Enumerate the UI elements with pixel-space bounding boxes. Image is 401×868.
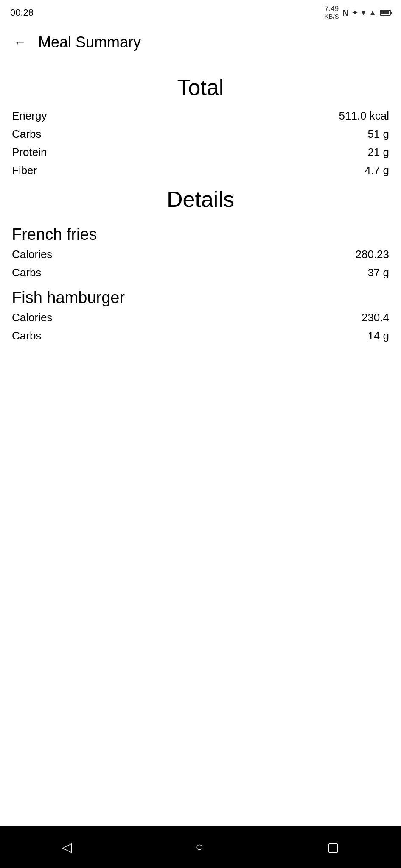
main-content: Total Energy 511.0 kcal Carbs 51 g Prote… xyxy=(0,59,401,826)
signal-icon: ▲ xyxy=(369,8,376,17)
fish-hamburger-carbs-label: Carbs xyxy=(12,329,41,342)
french-fries-title: French fries xyxy=(12,225,389,244)
total-energy-row: Energy 511.0 kcal xyxy=(12,107,389,125)
fish-hamburger-title: Fish hamburger xyxy=(12,289,389,307)
total-protein-row: Protein 21 g xyxy=(12,143,389,161)
protein-value: 21 g xyxy=(367,146,389,159)
french-fries-carbs-row: Carbs 37 g xyxy=(12,264,389,282)
french-fries-carbs-value: 37 g xyxy=(367,266,389,279)
page-title: Meal Summary xyxy=(38,33,141,51)
french-fries-item: French fries Calories 280.23 Carbs 37 g xyxy=(12,219,389,282)
details-section-title: Details xyxy=(12,186,389,212)
nav-recent-button[interactable]: ▢ xyxy=(327,840,339,854)
fish-hamburger-item: Fish hamburger Calories 230.4 Carbs 14 g xyxy=(12,282,389,345)
bluetooth-icon: ✦ xyxy=(352,8,358,17)
fiber-label: Fiber xyxy=(12,164,37,177)
french-fries-calories-value: 280.23 xyxy=(355,248,389,261)
energy-value: 511.0 kcal xyxy=(339,109,389,122)
status-time: 00:28 xyxy=(10,7,34,18)
protein-label: Protein xyxy=(12,146,47,159)
total-fiber-row: Fiber 4.7 g xyxy=(12,161,389,180)
fish-hamburger-carbs-value: 14 g xyxy=(367,329,389,342)
status-bar: 00:28 7.49 KB/S N ✦ ▾ ▲ xyxy=(0,0,401,25)
fish-hamburger-carbs-row: Carbs 14 g xyxy=(12,327,389,345)
fish-hamburger-calories-row: Calories 230.4 xyxy=(12,309,389,327)
app-bar: ← Meal Summary xyxy=(0,25,401,59)
status-icons: 7.49 KB/S N ✦ ▾ ▲ xyxy=(325,5,391,20)
fish-hamburger-calories-value: 230.4 xyxy=(362,311,389,324)
french-fries-carbs-label: Carbs xyxy=(12,266,41,279)
back-button[interactable]: ← xyxy=(10,33,30,52)
nfc-icon: N xyxy=(342,8,348,18)
total-carbs-label: Carbs xyxy=(12,128,41,141)
french-fries-calories-label: Calories xyxy=(12,248,52,261)
fish-hamburger-calories-label: Calories xyxy=(12,311,52,324)
nav-back-button[interactable]: ◁ xyxy=(62,840,72,854)
battery-icon xyxy=(380,10,391,16)
french-fries-calories-row: Calories 280.23 xyxy=(12,245,389,264)
total-carbs-row: Carbs 51 g xyxy=(12,125,389,143)
network-speed-icon: 7.49 KB/S xyxy=(325,5,339,20)
total-carbs-value: 51 g xyxy=(367,128,389,141)
total-section-title: Total xyxy=(12,75,389,100)
wifi-icon: ▾ xyxy=(362,8,365,17)
energy-label: Energy xyxy=(12,109,47,122)
nav-bar: ◁ ○ ▢ xyxy=(0,826,401,868)
nav-home-button[interactable]: ○ xyxy=(196,840,203,854)
fiber-value: 4.7 g xyxy=(365,164,389,177)
